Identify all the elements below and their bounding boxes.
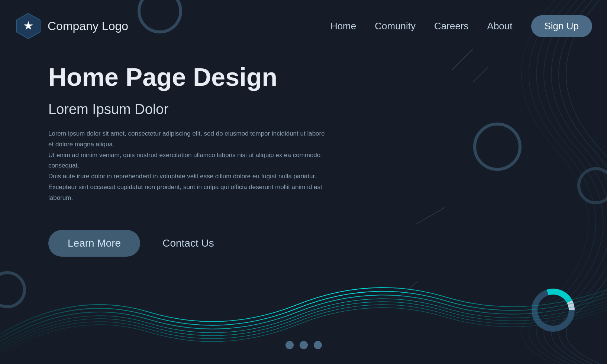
hero-subtitle: Lorem Ipsum Dolor [48, 101, 421, 117]
company-logo-text: Company Logo [48, 19, 128, 33]
learn-more-button[interactable]: Learn More [48, 230, 140, 257]
deco-line-4 [398, 281, 419, 298]
deco-circle-right-edge [577, 167, 607, 204]
contact-us-button[interactable]: Contact Us [162, 237, 214, 249]
hero-title: Home Page Design [48, 63, 421, 91]
dot-1[interactable] [285, 341, 294, 349]
navigation: ★ Company Logo Home Comunity Careers Abo… [0, 0, 607, 52]
nav-about[interactable]: About [487, 20, 513, 32]
deco-circle-mid-right [473, 123, 522, 171]
hero-buttons: Learn More Contact Us [48, 230, 421, 257]
logo-hex-icon: ★ [15, 13, 42, 39]
hero-body: Lorem ipsum dolor sit amet, consectetur … [48, 129, 331, 204]
pagination-dots [285, 341, 322, 349]
hero-divider [48, 215, 331, 215]
deco-circle-bottom-left [0, 271, 26, 308]
nav-home[interactable]: Home [330, 20, 356, 32]
dot-2[interactable] [300, 341, 308, 349]
nav-links: Home Comunity Careers About Sign Up [330, 15, 592, 37]
deco-pie-chart [529, 286, 577, 334]
nav-comunity[interactable]: Comunity [375, 20, 416, 32]
svg-text:★: ★ [23, 19, 34, 32]
dot-3[interactable] [314, 341, 322, 349]
deco-line-2 [472, 66, 489, 83]
signup-button[interactable]: Sign Up [531, 15, 593, 37]
hero-section: Home Page Design Lorem Ipsum Dolor Lorem… [48, 63, 421, 257]
deco-line-1 [451, 49, 473, 71]
nav-careers[interactable]: Careers [434, 20, 468, 32]
logo-area[interactable]: ★ Company Logo [15, 13, 128, 39]
